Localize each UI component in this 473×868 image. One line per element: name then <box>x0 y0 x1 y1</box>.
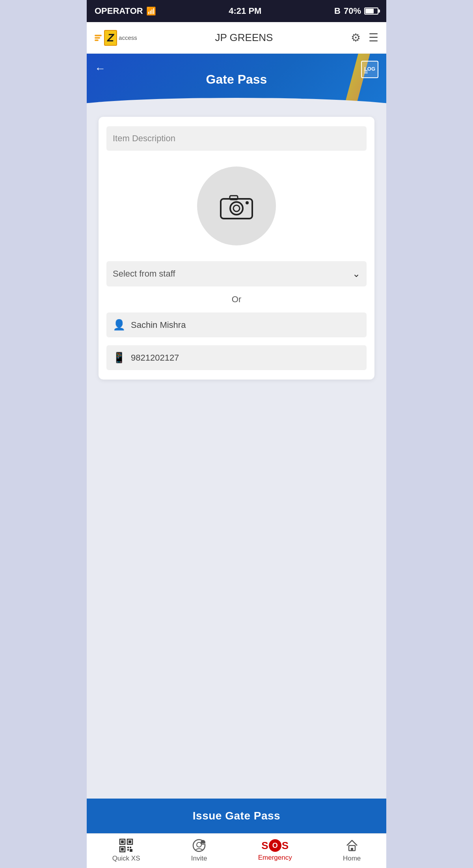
camera-area <box>106 159 367 253</box>
logo-waves <box>95 35 102 41</box>
logo-access-text: access <box>119 34 137 41</box>
form-card: Select from staff ⌄ Or 👤 📱 <box>99 117 374 380</box>
svg-point-16 <box>197 842 201 847</box>
svg-point-2 <box>233 205 240 211</box>
svg-rect-14 <box>130 849 132 852</box>
svg-text:...: ... <box>202 840 205 845</box>
chevron-down-icon: ⌄ <box>352 268 360 279</box>
issue-gate-pass-button[interactable]: Issue Gate Pass <box>87 799 386 833</box>
log-button[interactable]: LOG <box>361 61 378 78</box>
svg-rect-3 <box>230 196 238 200</box>
log-icon: LOG <box>361 61 378 78</box>
home-icon <box>345 838 359 853</box>
blue-banner: ← Gate Pass LOG <box>87 54 386 109</box>
name-input[interactable] <box>131 320 360 330</box>
qr-icon <box>119 838 133 853</box>
svg-rect-20 <box>351 848 353 851</box>
battery-percent: 70% <box>344 6 361 16</box>
battery-fill <box>365 9 374 13</box>
sos-o-circle: O <box>269 839 281 852</box>
name-input-container: 👤 <box>106 312 367 337</box>
nav-label-home: Home <box>343 855 361 862</box>
battery-icon <box>364 7 378 15</box>
operator-label: OPERATOR <box>95 6 143 16</box>
sos-s-left: S <box>261 840 268 852</box>
or-divider: Or <box>106 294 367 305</box>
bluetooth-icon: B <box>334 6 341 16</box>
sos-icon: S O S <box>261 839 289 852</box>
svg-rect-8 <box>128 840 131 843</box>
phone-input[interactable] <box>131 353 360 363</box>
camera-button[interactable] <box>197 166 276 245</box>
logo-wave-3 <box>95 39 99 41</box>
logo-z-letter: Z <box>104 30 117 46</box>
log-label: LOG <box>364 66 375 72</box>
nav-label-emergency: Emergency <box>258 854 292 862</box>
logo-wave-2 <box>95 37 100 39</box>
banner-diagonal <box>87 98 386 110</box>
nav-label-invite: Invite <box>191 855 207 862</box>
svg-point-1 <box>230 202 243 215</box>
app-header: Z access JP GREENS ⚙ ☰ <box>87 22 386 54</box>
svg-point-4 <box>246 201 249 204</box>
header-icons: ⚙ ☰ <box>351 31 378 44</box>
status-bar: OPERATOR 📶 4:21 PM B 70% <box>87 0 386 22</box>
back-button[interactable]: ← <box>95 62 106 75</box>
nav-item-invite[interactable]: ... Invite <box>191 838 207 862</box>
time-display: 4:21 PM <box>229 6 261 16</box>
invite-icon: ... <box>192 838 206 853</box>
main-content: Select from staff ⌄ Or 👤 📱 <box>87 109 386 799</box>
wifi-icon: 📶 <box>146 6 156 16</box>
status-right: B 70% <box>334 6 378 16</box>
logo-area: Z access <box>95 30 137 46</box>
item-description-input[interactable] <box>106 126 367 151</box>
banner-title: Gate Pass <box>206 72 267 87</box>
settings-icon[interactable]: ⚙ <box>351 31 361 44</box>
nav-item-emergency[interactable]: S O S Emergency <box>258 839 292 862</box>
nav-label-quick-xs: Quick XS <box>112 855 140 862</box>
logo-wave-1 <box>95 35 102 36</box>
site-name: JP GREENS <box>215 32 273 44</box>
camera-icon <box>219 192 254 220</box>
status-left: OPERATOR 📶 <box>95 6 156 16</box>
svg-rect-12 <box>130 847 131 848</box>
phone-icon: 📱 <box>113 352 125 364</box>
nav-item-home[interactable]: Home <box>343 838 361 862</box>
svg-rect-11 <box>127 847 129 848</box>
sos-s-right: S <box>282 840 289 852</box>
svg-rect-13 <box>127 849 129 851</box>
bottom-nav: Quick XS ... Invite S O S Emergency <box>87 833 386 868</box>
svg-rect-6 <box>121 840 124 843</box>
svg-rect-10 <box>121 848 124 851</box>
person-icon: 👤 <box>113 319 125 331</box>
phone-wrapper: OPERATOR 📶 4:21 PM B 70% Z access JP GRE… <box>87 0 386 868</box>
phone-input-container: 📱 <box>106 345 367 370</box>
staff-dropdown-label: Select from staff <box>113 269 175 279</box>
menu-icon[interactable]: ☰ <box>369 31 378 44</box>
nav-item-quick-xs[interactable]: Quick XS <box>112 838 140 862</box>
staff-dropdown[interactable]: Select from staff ⌄ <box>106 261 367 286</box>
